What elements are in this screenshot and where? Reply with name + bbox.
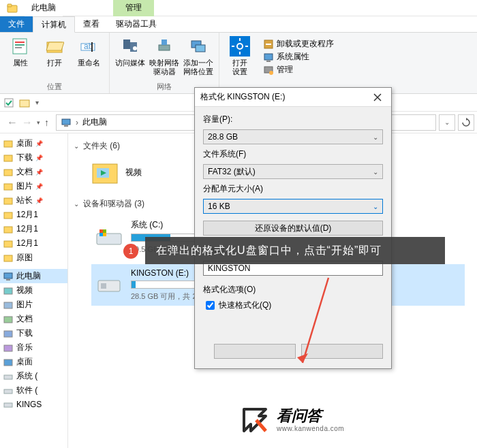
ribbon-sysprops-label: 系统属性 [277, 51, 309, 63]
library-icon [3, 300, 14, 310]
removable-drive-icon [95, 275, 123, 295]
svg-rect-52 [4, 375, 12, 379]
folder-videos[interactable]: 视频 [91, 159, 187, 186]
ribbon-rename[interactable]: ab 重命名 [74, 35, 104, 67]
capacity-label: 容量(P): [203, 114, 383, 125]
tree-quick-item[interactable]: 桌面📌 [0, 136, 67, 150]
svg-rect-11 [123, 39, 130, 49]
ribbon-add-network-location[interactable]: 添加一个 网络位置 [183, 35, 213, 76]
qat-checkbox-icon[interactable] [4, 98, 14, 108]
nav-tree: 桌面📌下载📌文档📌图片📌站长📌12月112月112月1原图 此电脑 视频图片文档… [0, 133, 68, 448]
ribbon-tabs: 文件 计算机 查看 驱动器工具 [0, 16, 477, 33]
tree-quick-item[interactable]: 原图 [0, 251, 67, 265]
tree-item-label: 文档 [16, 313, 33, 325]
start-button[interactable] [214, 344, 296, 359]
folder-icon [3, 153, 14, 163]
ribbon-group-network-label: 网络 [157, 80, 172, 93]
allocation-select[interactable]: 16 KB ⌄ [203, 199, 383, 214]
tree-quick-item[interactable]: 下载📌 [0, 150, 67, 165]
tree-quick-item[interactable]: 文档📌 [0, 165, 67, 179]
breadcrumb-caret[interactable]: › [76, 118, 78, 127]
tree-this-pc[interactable]: 此电脑 [0, 269, 67, 283]
tree-quick-item[interactable]: 12月1 [0, 222, 67, 236]
tree-drive-item[interactable]: KINGS [0, 398, 67, 411]
library-icon [3, 342, 14, 353]
pc-icon [61, 117, 72, 128]
quick-format-checkbox[interactable]: 快速格式化(Q) [206, 300, 383, 311]
dialog-titlebar: 格式化 KINGSTON (E:) [195, 88, 391, 107]
addr-dropdown-icon[interactable]: ⌄ [439, 114, 455, 131]
ribbon-properties[interactable]: 属性 [5, 35, 35, 67]
ribbon-map-network-label: 映射网络 驱动器 [149, 59, 179, 76]
qat-overflow-icon[interactable]: ▾ [35, 99, 39, 106]
nav-history-icon[interactable]: ▾ [37, 119, 40, 126]
ribbon-open-settings[interactable]: 打开 设置 [225, 35, 255, 76]
tree-quick-item[interactable]: 12月1 [0, 236, 67, 251]
tree-drive-item[interactable]: 系统 ( [0, 369, 67, 383]
svg-rect-10 [91, 42, 93, 52]
restore-defaults-button[interactable]: 还原设备的默认值(D) [203, 221, 383, 236]
tree-item-label: 音乐 [16, 342, 33, 353]
tree-quick-item[interactable]: 12月1 [0, 208, 67, 222]
tree-lib-item[interactable]: 下载 [0, 326, 67, 340]
capacity-select[interactable]: 28.8 GB ⌄ [203, 129, 383, 144]
tree-quick-item[interactable]: 站长📌 [0, 193, 67, 208]
ribbon-manage-label: 管理 [277, 64, 293, 76]
svg-rect-25 [266, 44, 271, 45]
tree-quick-item[interactable]: 图片📌 [0, 179, 67, 193]
watermark-logo-icon [240, 405, 270, 435]
ribbon-system-list: 卸载或更改程序 系统属性 管理 [259, 35, 338, 78]
folder-icon [3, 181, 14, 192]
tree-lib-item[interactable]: 图片 [0, 298, 67, 312]
svg-rect-46 [4, 288, 12, 294]
nav-forward-icon[interactable]: → [22, 116, 33, 129]
tree-item-label: 下载 [16, 152, 33, 163]
close-button[interactable] [301, 344, 383, 359]
folder-icon [3, 210, 14, 221]
library-icon [3, 328, 14, 339]
ribbon-uninstall[interactable]: 卸载或更改程序 [263, 38, 334, 50]
drive-icon [3, 371, 14, 382]
tab-drive-tools[interactable]: 驱动器工具 [108, 16, 165, 32]
svg-rect-45 [6, 279, 10, 281]
ribbon-map-network[interactable]: 映射网络 驱动器 [149, 35, 179, 76]
tree-item-label: 图片 [16, 180, 33, 192]
dialog-close-button[interactable] [369, 91, 386, 104]
svg-rect-70 [103, 233, 106, 236]
quick-format-label: 快速格式化(Q) [219, 300, 271, 311]
ribbon-access-media[interactable]: 访问媒体 [115, 35, 145, 67]
manage-icon [263, 65, 274, 76]
breadcrumb-current[interactable]: 此电脑 [82, 116, 107, 128]
ribbon-manage[interactable]: 管理 [263, 64, 334, 76]
tab-computer[interactable]: 计算机 [33, 16, 75, 33]
folder-icon [3, 138, 14, 149]
ribbon-open[interactable]: 打开 [40, 35, 70, 67]
ribbon-access-media-label: 访问媒体 [115, 59, 145, 67]
ribbon-open-label: 打开 [47, 59, 62, 67]
tree-lib-item[interactable]: 桌面 [0, 355, 67, 369]
quick-format-input[interactable] [206, 301, 215, 310]
addr-refresh-icon[interactable] [458, 114, 474, 131]
tree-lib-item[interactable]: 音乐 [0, 340, 67, 355]
ribbon-system-properties[interactable]: 系统属性 [263, 51, 334, 63]
svg-rect-69 [99, 233, 103, 236]
qat-folder-icon[interactable] [19, 97, 30, 108]
svg-rect-35 [4, 141, 12, 147]
chevron-down-icon: ⌄ [373, 168, 378, 176]
tree-item-label: 原图 [16, 252, 33, 263]
tree-lib-item[interactable]: 视频 [0, 283, 67, 298]
tab-file[interactable]: 文件 [0, 16, 33, 32]
svg-marker-7 [46, 42, 64, 50]
svg-rect-14 [159, 45, 170, 50]
nav-up-icon[interactable]: ↑ [44, 117, 49, 128]
svg-rect-33 [64, 125, 68, 127]
filesystem-select[interactable]: FAT32 (默认) ⌄ [203, 164, 383, 179]
tree-item-label: 12月1 [16, 223, 38, 235]
tab-view[interactable]: 查看 [75, 16, 108, 32]
folder-icon [3, 253, 14, 263]
tree-drive-item[interactable]: 软件 ( [0, 383, 67, 398]
nav-back-icon[interactable]: ← [7, 116, 18, 129]
contextual-tab-manage[interactable]: 管理 [113, 0, 154, 16]
ribbon-group-system: 打开 设置 卸载或更改程序 系统属性 管理 [219, 33, 343, 93]
tree-lib-item[interactable]: 文档 [0, 312, 67, 326]
